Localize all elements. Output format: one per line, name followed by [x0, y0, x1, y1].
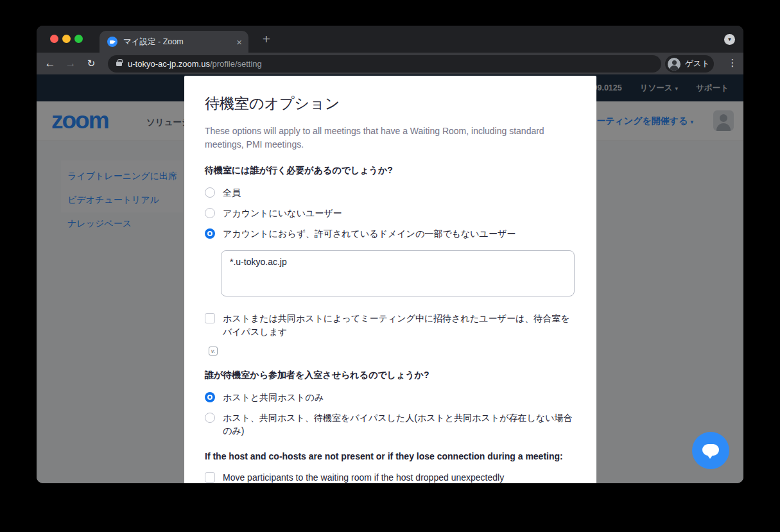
browser-toolbar: ← → ↻ u-tokyo-ac-jp.zoom.us/profile/sett… [37, 53, 743, 74]
v-badge-icon: v. [209, 347, 218, 356]
address-bar[interactable]: u-tokyo-ac-jp.zoom.us/profile/setting [108, 55, 661, 73]
question-host-not-present: If the host and co-hosts are not present… [205, 451, 575, 461]
option-users-not-in-account-or-domains[interactable]: アカウントにおらず、許可されているドメインの一部でもないユーザー [205, 227, 575, 240]
tab-strip: マイ設定 - Zoom × + ▼ [37, 26, 743, 53]
radio-selected-icon[interactable] [205, 392, 215, 402]
option-host-cohosts-bypassers[interactable]: ホスト、共同ホスト、待機室をバイパスした人(ホストと共同ホストが存在しない場合の… [205, 411, 575, 437]
browser-tab[interactable]: マイ設定 - Zoom × [100, 31, 248, 53]
tab-title: マイ設定 - Zoom [123, 37, 232, 47]
question-who-goes-to-waiting-room: 待機室には誰が行く必要があるのでしょうか? [205, 165, 575, 176]
minimize-window-button[interactable] [62, 35, 71, 43]
radio-unselected-icon[interactable] [205, 413, 215, 423]
close-tab-icon[interactable]: × [236, 37, 242, 47]
radio-selected-icon[interactable] [205, 228, 215, 239]
desktop-background: マイ設定 - Zoom × + ▼ ← → ↻ u-tokyo-ac-jp.zo… [0, 0, 780, 532]
bypass-waiting-room-checkbox-row[interactable]: ホストまたは共同ホストによってミーティング中に招待されたユーザーは、待合室をバイ… [205, 312, 575, 339]
option-everyone[interactable]: 全員 [205, 186, 575, 199]
url-path: /profile/setting [210, 59, 262, 69]
new-tab-button[interactable]: + [259, 31, 274, 47]
guest-label: ゲスト [685, 58, 709, 69]
modal-description: These options will apply to all meetings… [205, 124, 545, 151]
waiting-room-options-modal: 待機室のオプション These options will apply to al… [184, 76, 596, 483]
zoom-favicon-icon [107, 37, 117, 47]
tab-search-button[interactable]: ▼ [724, 34, 735, 45]
checkbox-unchecked-icon[interactable] [205, 313, 215, 323]
browser-window: マイ設定 - Zoom × + ▼ ← → ↻ u-tokyo-ac-jp.zo… [37, 26, 743, 483]
chat-support-button[interactable] [692, 432, 729, 469]
zoom-web-page: 88.799.0125 リソース▾ サポート zoom ソリューション ミーティ… [37, 74, 743, 483]
close-window-button[interactable] [50, 35, 58, 43]
modal-title: 待機室のオプション [205, 94, 575, 114]
fullscreen-window-button[interactable] [74, 35, 83, 43]
move-participants-checkbox-row[interactable]: Move participants to the waiting room if… [205, 471, 575, 483]
question-who-can-admit: 誰が待機室から参加者を入室させられるのでしょうか? [205, 370, 575, 381]
forward-button[interactable]: → [62, 53, 79, 74]
option-users-not-in-account[interactable]: アカウントにいないユーザー [205, 207, 575, 219]
browser-menu-button[interactable]: ⋮ [726, 53, 739, 74]
allowed-domains-input[interactable]: *.u-tokyo.ac.jp [221, 250, 575, 296]
radio-unselected-icon[interactable] [205, 187, 215, 198]
chat-bubble-icon [702, 444, 719, 456]
back-button[interactable]: ← [42, 53, 58, 74]
reload-button[interactable]: ↻ [83, 53, 100, 74]
profile-button[interactable]: ゲスト [665, 55, 714, 73]
radio-unselected-icon[interactable] [205, 208, 215, 218]
checkbox-unchecked-icon[interactable] [205, 472, 215, 483]
option-host-cohosts-only[interactable]: ホストと共同ホストのみ [205, 391, 575, 404]
guest-avatar-icon [668, 58, 680, 71]
lock-icon [116, 62, 122, 66]
url-domain: u-tokyo-ac-jp.zoom.us [128, 59, 210, 69]
